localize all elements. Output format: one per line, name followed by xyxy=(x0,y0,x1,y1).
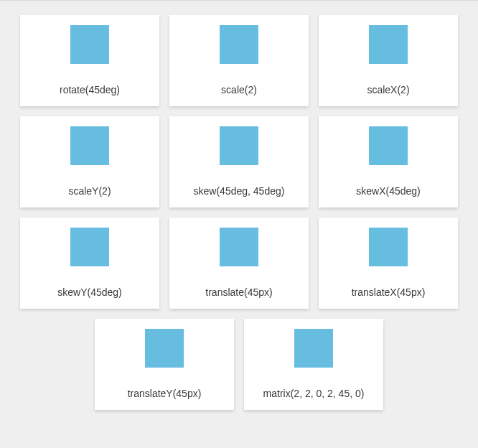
color-swatch xyxy=(70,25,109,64)
color-swatch xyxy=(369,25,408,64)
color-swatch xyxy=(220,126,258,165)
transform-gallery: rotate(45deg) scale(2) scaleX(2) scaleY(… xyxy=(0,0,478,448)
transform-card: matrix(2, 2, 0, 2, 45, 0) xyxy=(244,319,383,410)
transform-label: rotate(45deg) xyxy=(20,84,159,95)
transform-card: skewY(45deg) xyxy=(20,218,159,309)
color-swatch xyxy=(294,329,333,368)
color-swatch xyxy=(369,228,408,266)
color-swatch xyxy=(70,126,109,165)
transform-card: skewX(45deg) xyxy=(319,116,458,207)
transform-card: translateX(45px) xyxy=(319,218,458,309)
transform-label: skew(45deg, 45deg) xyxy=(169,185,309,197)
color-swatch xyxy=(70,228,109,266)
transform-card: scaleX(2) xyxy=(319,15,458,106)
transform-card: skew(45deg, 45deg) xyxy=(169,116,309,207)
color-swatch xyxy=(145,329,184,368)
transform-label: skewY(45deg) xyxy=(20,286,159,298)
transform-card: translateY(45px) xyxy=(95,319,234,410)
transform-card: scaleY(2) xyxy=(20,116,159,207)
color-swatch xyxy=(220,228,258,266)
transform-card: translate(45px) xyxy=(169,218,309,309)
transform-card: scale(2) xyxy=(169,15,309,106)
transform-label: translateY(45px) xyxy=(95,388,234,399)
color-swatch xyxy=(369,126,408,165)
color-swatch xyxy=(220,25,258,64)
transform-label: translateX(45px) xyxy=(319,286,458,298)
transform-card: rotate(45deg) xyxy=(20,15,159,106)
transform-label: skewX(45deg) xyxy=(319,185,458,197)
transform-label: scaleY(2) xyxy=(20,185,159,197)
transform-label: scale(2) xyxy=(169,84,309,95)
transform-label: translate(45px) xyxy=(169,286,309,298)
transform-label: scaleX(2) xyxy=(319,84,458,95)
card-grid: rotate(45deg) scale(2) scaleX(2) scaleY(… xyxy=(16,15,462,410)
transform-label: matrix(2, 2, 0, 2, 45, 0) xyxy=(244,388,383,399)
